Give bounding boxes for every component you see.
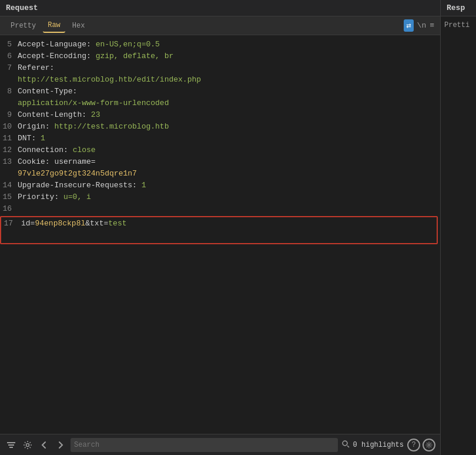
bottom-bar: 0 highlights ? (0, 434, 440, 455)
settings-icon[interactable] (21, 439, 34, 451)
param-amp: &txt (85, 219, 103, 228)
line-number: 8 (0, 86, 18, 97)
line-content: Upgrade-Insecure-Requests: 1 (18, 180, 440, 191)
line-number: 11 (0, 133, 18, 144)
line-number: 16 (0, 203, 18, 215)
line-number: 5 (0, 39, 18, 50)
table-row: 12 Connection: close (0, 144, 440, 156)
table-row: 14 Upgrade-Insecure-Requests: 1 (0, 180, 440, 191)
line-number (0, 168, 18, 180)
svg-rect-0 (7, 442, 15, 443)
wrap-icon[interactable]: ⇄ (404, 19, 413, 32)
search-button[interactable] (341, 440, 350, 450)
line-content: Content-Type: (18, 86, 440, 97)
table-row: 7 Referer: (0, 62, 440, 74)
table-row: 11 DNT: 1 (0, 133, 440, 144)
table-row: http://test.microblog.htb/edit/index.php (0, 74, 440, 86)
code-area: 5 Accept-Language: en-US,en;q=0.5 6 Acce… (0, 35, 440, 434)
line-content: Accept-Language: en-US,en;q=0.5 (18, 39, 440, 50)
svg-rect-1 (8, 444, 14, 446)
menu-icon[interactable]: ≡ (430, 21, 434, 30)
line-content (18, 203, 440, 215)
help-icon[interactable]: ? (407, 439, 420, 451)
line-content: Cookie: username= (18, 156, 440, 168)
svg-line-5 (347, 446, 349, 447)
back-icon[interactable] (38, 439, 51, 451)
tabs-bar: Pretty Raw Hex ⇄ \n ≡ (0, 16, 440, 35)
line-number: 14 (0, 180, 18, 191)
right-icons: ? (407, 439, 435, 451)
tab-pretty[interactable]: Pretty (6, 19, 41, 32)
line-content: Content-Length: 23 (18, 109, 440, 121)
tab-icons: ⇄ \n ≡ (404, 19, 434, 32)
line-content: DNT: 1 (18, 133, 440, 144)
line-number: 12 (0, 144, 18, 156)
response-panel-header: Resp (441, 0, 476, 16)
line-number: 10 (0, 121, 18, 133)
table-row: 10 Origin: http://test.microblog.htb (0, 121, 440, 133)
line-content: 97vle27go9t2gt324n5dqre1n7 (18, 168, 440, 180)
table-row: 5 Accept-Language: en-US,en;q=0.5 (0, 39, 440, 50)
line-number: 7 (0, 62, 18, 74)
settings-circle-icon[interactable] (423, 439, 435, 451)
param-txt-val: test (108, 219, 126, 228)
request-title: Request (6, 4, 38, 12)
line-number: 13 (0, 156, 18, 168)
line-content: Priority: u=0, i (18, 191, 440, 203)
response-title: Resp (447, 4, 465, 12)
line-content: Referer: (18, 62, 440, 74)
line-number: 6 (0, 50, 18, 62)
line-number (0, 97, 18, 109)
line-content: Accept-Encoding: gzip, deflate, br (18, 50, 440, 62)
response-panel: Resp Pretti (441, 0, 476, 455)
request-panel: Request Pretty Raw Hex ⇄ \n ≡ 5 Accept-L… (0, 0, 441, 455)
request-panel-header: Request (0, 0, 440, 16)
newline-icon[interactable]: \n (417, 21, 427, 30)
table-row: 8 Content-Type: (0, 86, 440, 97)
highlights-count: 0 highlights (353, 441, 404, 449)
line-number: 17 (1, 217, 19, 243)
param-id-val: 94enp8ckp8l (35, 219, 85, 228)
search-input[interactable] (71, 438, 338, 452)
line-content: application/x-www-form-urlencoded (18, 97, 440, 109)
line-content-param: id=94enp8ckp8l&txt=test (19, 217, 437, 243)
svg-rect-2 (9, 447, 13, 448)
response-pretty-label: Pretti (441, 16, 476, 34)
table-row-highlighted: 17 id=94enp8ckp8l&txt=test (0, 216, 438, 244)
table-row: 9 Content-Length: 23 (0, 109, 440, 121)
line-content: http://test.microblog.htb/edit/index.php (18, 74, 440, 86)
svg-point-6 (428, 444, 430, 446)
line-content: Connection: close (18, 144, 440, 156)
table-row: 15 Priority: u=0, i (0, 191, 440, 203)
svg-point-4 (343, 441, 347, 446)
forward-icon[interactable] (54, 439, 67, 451)
line-content: Origin: http://test.microblog.htb (18, 121, 440, 133)
table-row: 16 (0, 203, 440, 215)
table-row: 13 Cookie: username= (0, 156, 440, 168)
line-number (0, 74, 18, 86)
tab-raw[interactable]: Raw (43, 19, 65, 33)
svg-point-3 (26, 443, 29, 446)
table-row: 6 Accept-Encoding: gzip, deflate, br (0, 50, 440, 62)
tab-hex[interactable]: Hex (68, 19, 90, 32)
param-id-key: id (21, 219, 31, 228)
table-row: 97vle27go9t2gt324n5dqre1n7 (0, 168, 440, 180)
table-row: application/x-www-form-urlencoded (0, 97, 440, 109)
main-container: Request Pretty Raw Hex ⇄ \n ≡ 5 Accept-L… (0, 0, 476, 455)
line-number: 9 (0, 109, 18, 121)
line-number: 15 (0, 191, 18, 203)
filter-icon[interactable] (5, 439, 18, 451)
